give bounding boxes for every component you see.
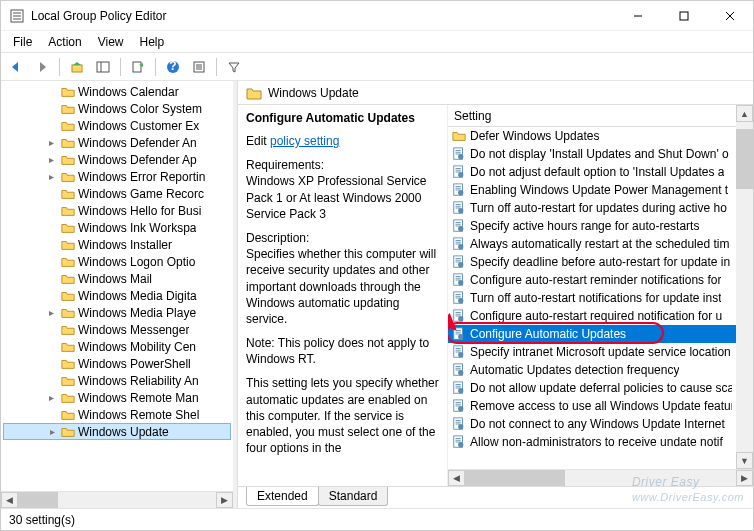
edit-policy-link[interactable]: policy setting [270, 134, 339, 148]
export-list-button[interactable] [127, 56, 149, 78]
setting-row[interactable]: Do not adjust default option to 'Install… [448, 163, 736, 181]
close-button[interactable] [707, 1, 753, 31]
svg-point-32 [458, 190, 463, 195]
setting-row[interactable]: Do not allow update deferral policies to… [448, 379, 736, 397]
tree-item[interactable]: Windows Installer [3, 236, 231, 253]
expand-icon[interactable]: ▸ [46, 426, 58, 438]
maximize-button[interactable] [661, 1, 707, 31]
folder-icon [61, 374, 75, 388]
list-vertical-scrollbar[interactable]: ▼ [736, 127, 753, 469]
expand-icon[interactable]: ▸ [45, 137, 57, 149]
toolbar-separator [155, 58, 156, 76]
expand-icon[interactable]: ▸ [45, 154, 57, 166]
tree-item[interactable]: Windows Remote Shel [3, 406, 231, 423]
scroll-thumb[interactable] [736, 129, 753, 189]
scroll-right-arrow[interactable]: ▶ [736, 470, 753, 486]
setting-row[interactable]: Specify deadline before auto-restart for… [448, 253, 736, 271]
scroll-down-arrow[interactable]: ▼ [736, 452, 753, 469]
show-hide-tree-button[interactable] [92, 56, 114, 78]
setting-row[interactable]: Turn off auto-restart for updates during… [448, 199, 736, 217]
edit-line: Edit policy setting [246, 133, 439, 149]
scroll-thumb[interactable] [18, 492, 58, 508]
folder-icon [246, 85, 262, 101]
setting-row[interactable]: Specify intranet Microsoft update servic… [448, 343, 736, 361]
up-button[interactable] [66, 56, 88, 78]
tab-standard[interactable]: Standard [318, 487, 389, 506]
back-button[interactable] [5, 56, 27, 78]
tree-item[interactable]: Windows PowerShell [3, 355, 231, 372]
tree-item[interactable]: Windows Customer Ex [3, 117, 231, 134]
folder-icon [61, 238, 75, 252]
setting-row[interactable]: Turn off auto-restart notifications for … [448, 289, 736, 307]
title-bar: Local Group Policy Editor [1, 1, 753, 31]
setting-row[interactable]: Defer Windows Updates [448, 127, 736, 145]
setting-row[interactable]: Enabling Windows Update Power Management… [448, 181, 736, 199]
tree-item-label: Windows Mail [78, 272, 152, 286]
requirements-heading: Requirements: [246, 157, 439, 173]
setting-row[interactable]: Configure Automatic Updates [448, 325, 736, 343]
tree-horizontal-scrollbar[interactable]: ◀ ▶ [1, 491, 233, 508]
tree-item[interactable]: Windows Reliability An [3, 372, 231, 389]
tree-item[interactable]: Windows Mobility Cen [3, 338, 231, 355]
console-tree[interactable]: Windows CalendarWindows Color SystemWind… [1, 81, 233, 491]
tree-item[interactable]: Windows Media Digita [3, 287, 231, 304]
menu-file[interactable]: File [5, 33, 40, 51]
results-header: Windows Update [238, 81, 753, 105]
minimize-button[interactable] [615, 1, 661, 31]
tree-item[interactable]: Windows Game Recorc [3, 185, 231, 202]
expand-icon[interactable]: ▸ [45, 171, 57, 183]
scroll-left-arrow[interactable]: ◀ [1, 492, 18, 508]
setting-row[interactable]: Specify active hours range for auto-rest… [448, 217, 736, 235]
tree-item[interactable]: Windows Calendar [3, 83, 231, 100]
tree-item[interactable]: ▸Windows Defender An [3, 134, 231, 151]
folder-icon [61, 170, 75, 184]
tree-item[interactable]: ▸Windows Update [3, 423, 231, 440]
expand-icon[interactable]: ▸ [45, 392, 57, 404]
tree-item[interactable]: Windows Logon Optio [3, 253, 231, 270]
tree-item[interactable]: ▸Windows Defender Ap [3, 151, 231, 168]
policy-icon [452, 255, 466, 269]
policy-icon [452, 237, 466, 251]
app-icon [9, 8, 25, 24]
setting-row[interactable]: Always automatically restart at the sche… [448, 235, 736, 253]
tree-item-label: Windows Game Recorc [78, 187, 204, 201]
menu-help[interactable]: Help [132, 33, 173, 51]
list-horizontal-scrollbar[interactable]: ◀ ▶ [448, 469, 753, 486]
setting-row[interactable]: Do not connect to any Windows Update Int… [448, 415, 736, 433]
tree-item[interactable]: Windows Hello for Busi [3, 202, 231, 219]
setting-row[interactable]: Remove access to use all Windows Update … [448, 397, 736, 415]
scroll-up-arrow[interactable]: ▲ [736, 105, 753, 122]
tab-extended[interactable]: Extended [246, 487, 319, 506]
setting-row[interactable]: Allow non-administrators to receive unda… [448, 433, 736, 451]
help-button[interactable]: ? [162, 56, 184, 78]
toolbar: ? [1, 53, 753, 81]
scroll-track[interactable] [18, 492, 216, 508]
forward-button[interactable] [31, 56, 53, 78]
properties-button[interactable] [188, 56, 210, 78]
setting-label: Configure auto-restart required notifica… [470, 309, 722, 323]
tree-item-label: Windows Defender Ap [78, 153, 197, 167]
filter-button[interactable] [223, 56, 245, 78]
tree-item[interactable]: Windows Color System [3, 100, 231, 117]
tree-item[interactable]: Windows Messenger [3, 321, 231, 338]
scroll-left-arrow[interactable]: ◀ [448, 470, 465, 486]
menu-action[interactable]: Action [40, 33, 89, 51]
tree-item[interactable]: Windows Ink Workspa [3, 219, 231, 236]
results-title: Windows Update [268, 86, 359, 100]
setting-column-header[interactable]: Setting [448, 105, 736, 127]
svg-point-92 [458, 406, 463, 411]
scroll-thumb[interactable] [465, 470, 565, 486]
expand-icon[interactable]: ▸ [45, 307, 57, 319]
setting-row[interactable]: Configure auto-restart reminder notifica… [448, 271, 736, 289]
setting-row[interactable]: Configure auto-restart required notifica… [448, 307, 736, 325]
tree-item[interactable]: ▸Windows Media Playe [3, 304, 231, 321]
setting-list[interactable]: Defer Windows UpdatesDo not display 'Ins… [448, 127, 736, 469]
scroll-right-arrow[interactable]: ▶ [216, 492, 233, 508]
svg-point-72 [458, 334, 463, 339]
tree-item[interactable]: ▸Windows Remote Man [3, 389, 231, 406]
setting-row[interactable]: Do not display 'Install Updates and Shut… [448, 145, 736, 163]
menu-view[interactable]: View [90, 33, 132, 51]
setting-row[interactable]: Automatic Updates detection frequency [448, 361, 736, 379]
tree-item[interactable]: ▸Windows Error Reportin [3, 168, 231, 185]
tree-item[interactable]: Windows Mail [3, 270, 231, 287]
